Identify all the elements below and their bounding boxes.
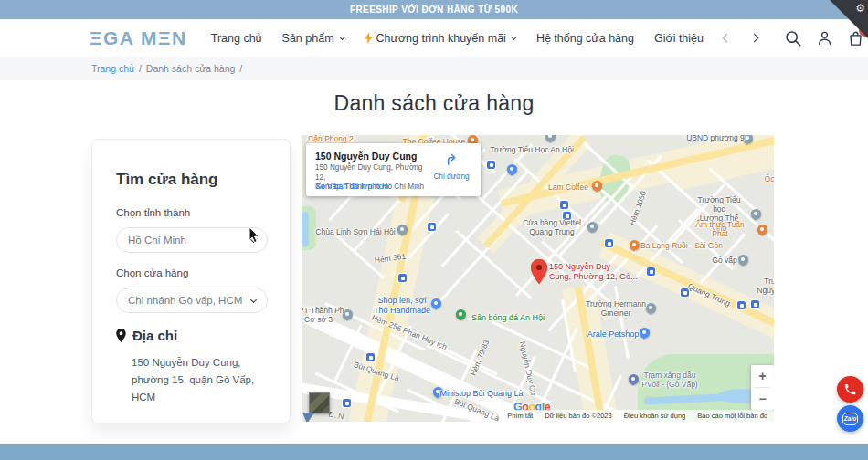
phone-icon: [843, 382, 857, 396]
transit-station-icon: [563, 212, 571, 220]
chevron-down-icon: [250, 296, 257, 302]
pin-tail: [589, 229, 595, 234]
terms-link[interactable]: Điều khoản sử dụng: [624, 412, 686, 420]
pin-tail: [630, 382, 636, 386]
nav-item-stores[interactable]: Hệ thống cửa hàng: [536, 32, 634, 45]
nav-item-products[interactable]: Sản phẩm: [282, 32, 344, 45]
pin-tail: [509, 172, 514, 176]
map-zoom-controls: + −: [751, 365, 774, 410]
address-heading: Địa chỉ: [116, 328, 266, 343]
transit-station-icon: [343, 399, 351, 407]
store-label: Chọn cửa hàng: [116, 267, 266, 278]
store-pin-icon: [587, 222, 598, 232]
province-label: Chọn tỉnh thành: [116, 207, 266, 218]
pin-tail: [648, 310, 653, 315]
transit-station-icon: [560, 201, 568, 209]
map-label: Chùa Linh Sơn Hải Hội: [315, 227, 395, 236]
nav-item-about[interactable]: Giới thiệu: [654, 32, 704, 45]
map-attribution: Phím tắt Dữ liệu bản đồ ©2023 Điều khoản…: [501, 410, 774, 422]
breadcrumb-trailing-separator: /: [239, 63, 242, 74]
pin-tail: [631, 247, 637, 252]
transit-station-icon: [428, 223, 436, 231]
breadcrumb-home-link[interactable]: Trang chủ: [91, 63, 134, 74]
school-pin-icon: [646, 303, 656, 313]
school-pin-icon: [738, 255, 748, 265]
store-finder-panel: Tìm cửa hàng Chọn tỉnh thành Hồ Chí Minh…: [91, 139, 291, 423]
pin-tail: [641, 335, 647, 340]
store-select[interactable]: Chi nhánh Gò vấp, HCM: [116, 288, 268, 313]
transit-station-icon: [398, 274, 407, 282]
pin-tail: [759, 232, 765, 236]
carousel-next-icon[interactable]: [750, 34, 759, 43]
nav-item-stores-label: Hệ thống cửa hàng: [536, 32, 634, 45]
chevron-down-icon: [339, 33, 345, 39]
transit-station-icon: [487, 161, 495, 169]
map-label: Cận Phong 2: [308, 135, 354, 143]
map-info-window: 150 Nguyễn Duy Cung 150 Nguyễn Duy Cung,…: [306, 143, 481, 196]
directions-block[interactable]: Chỉ đường: [431, 151, 471, 189]
poi-pin-icon: [507, 164, 517, 174]
transit-station-icon: [681, 288, 689, 297]
keyboard-shortcuts-link[interactable]: Phím tắt: [507, 412, 533, 420]
school-pin-icon: [751, 209, 761, 219]
cafe-pin-icon: [592, 181, 602, 191]
map-label: Sân bóng đá An Hội: [471, 313, 545, 323]
map-canal: [302, 212, 309, 246]
pin-tail: [435, 394, 440, 399]
address-heading-label: Địa chỉ: [132, 328, 177, 343]
shop-pin-icon: [431, 298, 441, 308]
map-label: Ốc: [765, 174, 774, 183]
larger-map-link[interactable]: Xem bản đồ lớn hơn: [315, 182, 389, 191]
nav-item-home[interactable]: Trang chủ: [211, 32, 262, 45]
logo[interactable]: ΞGA MΞN: [90, 27, 187, 49]
breadcrumb-separator: /: [139, 63, 142, 74]
restaurant-pin-icon: [630, 240, 640, 250]
transit-station-icon: [647, 267, 655, 276]
directions-link[interactable]: Chỉ đường: [431, 172, 471, 181]
store-pin-icon: [433, 387, 443, 397]
breadcrumb-current: Danh sách cửa hàng: [146, 63, 236, 74]
school-pin-icon: [545, 135, 556, 141]
temple-pin-icon: [397, 225, 408, 235]
transit-station-icon: [751, 300, 759, 308]
main-header: ΞGA MΞN Trang chủ Sản phẩm Chương trình …: [0, 19, 868, 57]
transit-station-icon: [605, 239, 613, 247]
nav-item-promotions-label: Chương trình khuyến mãi: [376, 32, 506, 45]
map-label: Trư Nguyễn: [757, 277, 774, 295]
flash-icon: [365, 32, 373, 44]
nav-item-about-label: Giới thiệu: [654, 32, 704, 45]
map-street: [677, 219, 733, 270]
store-location-marker[interactable]: [531, 259, 547, 288]
phone-contact-button[interactable]: [837, 376, 863, 402]
map-pin-icon: [116, 329, 126, 342]
pin-tail: [745, 141, 750, 145]
carousel-prev-icon[interactable]: [723, 34, 732, 43]
store-address: 150 Nguyễn Duy Cung, phường 15, quận Gò …: [132, 354, 276, 406]
pin-tail: [594, 188, 599, 193]
info-window-title: 150 Nguyễn Duy Cung: [315, 151, 431, 162]
nav-item-promotions[interactable]: Chương trình khuyến mãi: [365, 32, 516, 45]
promo-banner-text: FREESHIP VỚI ĐƠN HÀNG TỪ 500K: [350, 5, 518, 15]
gear-icon[interactable]: ⚙: [855, 2, 865, 15]
google-map[interactable]: Cận Phong 2The Coffee HouseUBND phường 9…: [302, 135, 774, 422]
zoom-in-button[interactable]: +: [751, 365, 774, 387]
report-error-link[interactable]: Báo cáo một lỗi bản đồ: [697, 412, 767, 420]
directions-icon: [445, 152, 459, 166]
pin-tail: [753, 216, 758, 221]
search-icon[interactable]: [784, 29, 802, 47]
province-select[interactable]: Hồ Chí Minh: [116, 227, 268, 253]
satellite-view-thumbnail[interactable]: [309, 392, 330, 413]
pin-tail: [740, 262, 746, 267]
page-title: Danh sách cửa hàng: [0, 91, 868, 116]
chevron-down-icon: [511, 33, 517, 39]
finder-title: Tìm cửa hàng: [116, 171, 266, 189]
map-data-label[interactable]: Dữ liệu bản đồ ©2023: [545, 412, 612, 420]
zalo-icon: Zalo: [842, 413, 858, 425]
zoom-out-button[interactable]: −: [751, 388, 774, 410]
province-select-value: Hồ Chí Minh: [128, 235, 186, 246]
shop-pin-icon: [640, 328, 650, 338]
restaurant-pin-icon: [757, 225, 767, 235]
zalo-contact-button[interactable]: Zalo: [837, 405, 863, 432]
transit-station-icon: [366, 353, 375, 361]
store-select-value: Chi nhánh Gò vấp, HCM: [128, 295, 242, 306]
